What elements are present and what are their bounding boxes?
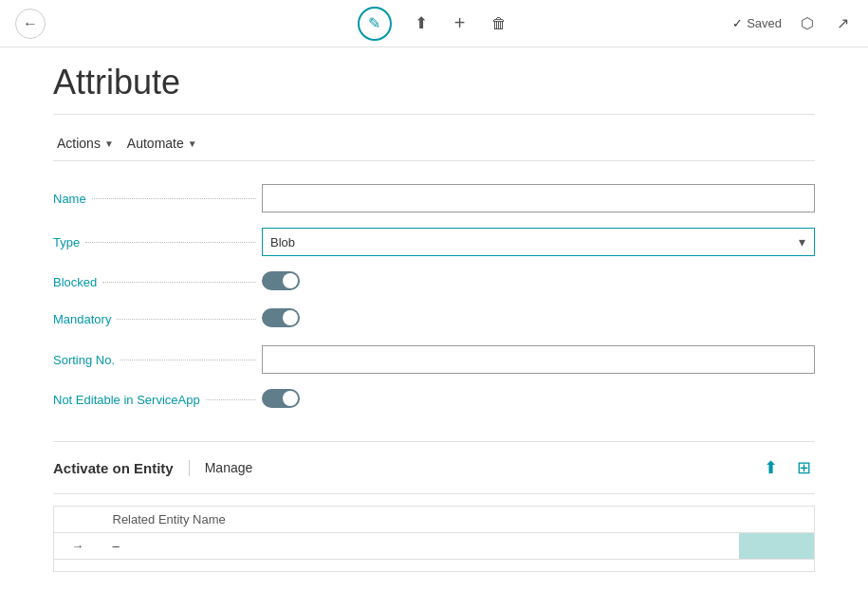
mandatory-label: Mandatory bbox=[53, 312, 111, 326]
type-label: Type bbox=[53, 235, 80, 249]
name-row: Name bbox=[53, 184, 815, 212]
activate-on-entity-section: Activate on Entity Manage ⬆ ⊞ Related En… bbox=[53, 441, 815, 572]
actions-chevron-icon: ▼ bbox=[104, 139, 114, 149]
saved-status: ✓ Saved bbox=[732, 16, 782, 30]
expand-table-icon: ⊞ bbox=[797, 457, 811, 478]
actions-label: Actions bbox=[57, 136, 101, 151]
not-editable-label: Not Editable in ServiceApp bbox=[53, 393, 200, 407]
back-button[interactable]: ← bbox=[15, 9, 46, 39]
type-row: Type Blob Text Integer Decimal Boolean D… bbox=[53, 228, 815, 256]
name-input[interactable] bbox=[262, 184, 815, 212]
manage-link[interactable]: Manage bbox=[190, 460, 253, 475]
row-empty-name bbox=[102, 560, 739, 572]
share-button[interactable]: ⬆ bbox=[411, 9, 432, 37]
export-icon: ⬆ bbox=[764, 457, 778, 478]
export-icon-button[interactable]: ⬆ bbox=[760, 453, 782, 482]
col-arrow bbox=[54, 507, 102, 533]
page-title: Attribute bbox=[53, 63, 815, 115]
name-label: Name bbox=[53, 192, 86, 206]
add-icon: + bbox=[454, 12, 466, 34]
sorting-no-label: Sorting No. bbox=[53, 353, 115, 367]
expand-button[interactable]: ⬡ bbox=[797, 10, 818, 36]
row-entity-name[interactable]: – bbox=[102, 533, 739, 560]
edit-button[interactable]: ✎ bbox=[358, 7, 392, 41]
add-button[interactable]: + bbox=[451, 9, 470, 38]
saved-text: Saved bbox=[747, 16, 782, 30]
blocked-label: Blocked bbox=[53, 275, 97, 289]
row-empty-action bbox=[739, 560, 815, 572]
activate-on-entity-title: Activate on Entity bbox=[53, 460, 190, 476]
blocked-toggle[interactable] bbox=[262, 271, 300, 290]
type-select[interactable]: Blob Text Integer Decimal Boolean Date D… bbox=[262, 228, 815, 256]
mandatory-toggle[interactable] bbox=[262, 308, 300, 327]
table-row: → – bbox=[54, 533, 815, 560]
col-action bbox=[739, 507, 815, 533]
expand-table-button[interactable]: ⊞ bbox=[793, 453, 815, 482]
table-row-empty bbox=[54, 560, 815, 572]
not-editable-toggle[interactable] bbox=[262, 389, 300, 408]
row-action-cell[interactable] bbox=[739, 533, 815, 560]
delete-button[interactable]: 🗑 bbox=[488, 11, 510, 36]
sorting-no-input[interactable] bbox=[262, 345, 815, 374]
edit-icon: ✎ bbox=[368, 14, 380, 32]
delete-icon: 🗑 bbox=[491, 15, 507, 32]
sorting-no-row: Sorting No. bbox=[53, 345, 815, 374]
col-related-entity: Related Entity Name bbox=[102, 507, 739, 533]
check-icon: ✓ bbox=[732, 16, 743, 30]
actions-dropdown[interactable]: Actions ▼ bbox=[53, 132, 123, 155]
blocked-row: Blocked bbox=[53, 271, 815, 293]
mandatory-row: Mandatory bbox=[53, 308, 815, 330]
fullscreen-icon: ↗ bbox=[837, 14, 849, 32]
expand-icon: ⬡ bbox=[801, 14, 814, 32]
share-icon: ⬆ bbox=[415, 13, 428, 33]
row-empty-arrow bbox=[54, 560, 102, 572]
not-editable-row: Not Editable in ServiceApp bbox=[53, 389, 815, 411]
automate-chevron-icon: ▼ bbox=[188, 139, 197, 149]
fullscreen-button[interactable]: ↗ bbox=[833, 10, 853, 36]
row-arrow: → bbox=[54, 533, 102, 560]
entity-table: Related Entity Name → – bbox=[53, 506, 815, 572]
automate-label: Automate bbox=[127, 136, 184, 151]
automate-dropdown[interactable]: Automate ▼ bbox=[123, 132, 207, 155]
